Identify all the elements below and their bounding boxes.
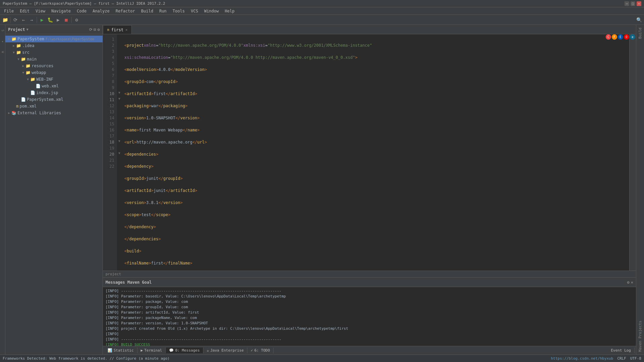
output-content[interactable]: [INFO] ---------------------------------… <box>103 287 636 346</box>
tab-event-log[interactable]: Event Log <box>607 348 635 353</box>
output-line-4: [INFO] Parameter: groupId, Value: com <box>106 305 633 310</box>
code-line-19: <finalName>first</finalName> <box>124 260 627 266</box>
fold-icon-20[interactable]: ▼ <box>117 151 122 157</box>
tree-item-indexjsp[interactable]: ▶ 📄 index.jsp <box>5 89 103 96</box>
fg-14 <box>117 115 122 121</box>
tab-java-enterprise[interactable]: ☕ Java Enterprise <box>203 348 247 353</box>
tree-item-papersystem[interactable]: ▼ 📁 PaperSystem F:\workspace\PaperSystem <box>5 36 103 42</box>
project-sync-icon[interactable]: ⟳ <box>89 27 92 32</box>
toolbar-stop[interactable]: ■ <box>63 16 70 24</box>
fg-12 <box>117 103 122 109</box>
toolbar-back[interactable]: ← <box>20 16 27 24</box>
editor-tab-first[interactable]: m first ✕ <box>103 25 132 34</box>
ln-19: 19 <box>103 145 117 151</box>
toolbar-debug[interactable]: 🐛 <box>46 16 54 24</box>
close-button[interactable]: ✕ <box>637 1 641 6</box>
tree-item-resources[interactable]: ▶ 📁 resources <box>5 63 103 69</box>
tree-item-idea[interactable]: ▶ 📁 .idea <box>5 42 103 49</box>
tree-arrow-webinf: ▼ <box>26 78 30 81</box>
opera-icon[interactable]: O <box>624 34 629 40</box>
toolbar-sync[interactable]: ⟳ <box>12 16 19 24</box>
menu-vcs[interactable]: VCS <box>188 8 201 14</box>
structure-tab[interactable]: S <box>0 26 5 36</box>
fold-icon-11[interactable]: ▼ <box>117 97 122 103</box>
output-line-3: [INFO] Parameter: package, Value: com <box>106 299 633 305</box>
web-tab[interactable]: W <box>0 47 5 57</box>
menu-analyze[interactable]: Analyze <box>90 8 112 14</box>
maximize-button[interactable]: □ <box>631 1 635 6</box>
toolbar-search[interactable]: 🔍 <box>635 16 643 24</box>
tree-item-webinf[interactable]: ▼ 📁 WEB-INF <box>5 76 103 83</box>
menu-window[interactable]: Window <box>201 8 221 14</box>
ie-icon[interactable]: E <box>618 34 623 40</box>
menu-code[interactable]: Code <box>74 8 89 14</box>
tree-icon-idea: 📁 <box>16 43 21 48</box>
charset-indicator[interactable]: UTF-8 <box>630 356 641 361</box>
toolbar-run[interactable]: ▶ <box>38 16 46 24</box>
code-line-1: <project xmlns="http://maven.apache.org/… <box>124 42 627 48</box>
tree-item-papersystemxml[interactable]: ▶ 📄 PaperSystem.xml <box>5 96 103 103</box>
tree-name-main: main <box>27 57 37 62</box>
menu-view[interactable]: View <box>33 8 48 14</box>
fg-22 <box>117 163 122 169</box>
content-area: S ★ W Project ▼ ⟳ ⊟ ⚙ ▼ 📁 PaperSystem F:… <box>0 25 644 355</box>
toolbar-separator-1 <box>10 17 10 23</box>
tree-icon-papersystemxml: 📄 <box>21 97 26 102</box>
menu-file[interactable]: File <box>1 8 16 14</box>
tree-item-webapp[interactable]: ▼ 📁 webapp <box>5 69 103 76</box>
tab-statistic[interactable]: 📊 Statistic <box>104 348 137 353</box>
tree-item-pomxml[interactable]: ▶ m pom.xml <box>5 103 103 110</box>
tab-close-first[interactable]: ✕ <box>125 28 127 32</box>
tree-icon-src: 📁 <box>16 50 21 55</box>
window-controls[interactable]: – □ ✕ <box>625 1 641 6</box>
tree-arrow-main: ▼ <box>16 57 21 61</box>
project-collapse-icon[interactable]: ⊟ <box>94 27 96 32</box>
tree-item-src[interactable]: ▼ 📁 src <box>5 49 103 56</box>
tree-arrow-webapp: ▼ <box>21 71 26 74</box>
notification-text: Frameworks Detected: Web framework is de… <box>3 356 170 361</box>
output-settings-icon[interactable]: ⚙ <box>627 280 630 285</box>
messages-icon: 💬 <box>169 348 174 353</box>
tree-item-extlibs[interactable]: ▶ 📚 External Libraries <box>5 110 103 116</box>
tree-arrow-src: ▼ <box>11 51 16 54</box>
toolbar-settings[interactable]: ⚙ <box>73 16 80 24</box>
fold-icon-10[interactable]: ▼ <box>117 91 122 97</box>
fg-7 <box>117 73 122 79</box>
code-text[interactable]: <project xmlns="http://maven.apache.org/… <box>122 34 629 271</box>
crlf-indicator[interactable]: CRLF <box>617 356 626 361</box>
toolbar-forward[interactable]: → <box>28 16 35 24</box>
project-dropdown-arrow[interactable]: ▼ <box>27 28 29 31</box>
menu-help[interactable]: Help <box>222 8 237 14</box>
menu-refactor[interactable]: Refactor <box>113 8 138 14</box>
code-editor[interactable]: 1 2 3 4 5 6 7 8 9 10 11 12 13 14 <box>103 34 636 277</box>
tab-todo[interactable]: ✓ 6: TODO <box>247 348 274 353</box>
favorites-tab[interactable]: ★ <box>0 36 5 46</box>
menu-run[interactable]: Run <box>157 8 169 14</box>
toolbar-separator-2 <box>37 17 37 23</box>
build-tab[interactable]: Build <box>637 25 643 41</box>
ln-12: 12 <box>103 103 117 109</box>
tree-item-main[interactable]: ▼ 📁 main <box>5 56 103 63</box>
output-close-icon[interactable]: ✕ <box>631 280 633 285</box>
toolbar-run-coverage[interactable]: ▶ <box>54 16 62 24</box>
tree-item-webxml[interactable]: ▶ 📄 web.xml <box>5 83 103 89</box>
ln-18: 18 <box>103 139 117 145</box>
csdn-link[interactable]: https://blog.csdn.net/hbyxub <box>551 356 613 361</box>
fold-icon-18[interactable]: ▼ <box>117 139 122 145</box>
fg-17 <box>117 133 122 139</box>
tab-terminal[interactable]: ▶ Terminal <box>137 348 166 353</box>
menu-edit[interactable]: Edit <box>17 8 32 14</box>
code-line-3: <modelVersion>4.0.0</modelVersion> <box>124 67 627 73</box>
maven-projects-tab[interactable]: Maven Projects <box>637 318 643 355</box>
chrome-icon[interactable]: C <box>606 34 611 40</box>
tab-messages[interactable]: 💬 0: Messages <box>166 348 203 353</box>
edge-icon[interactable]: e <box>630 34 635 40</box>
minimize-button[interactable]: – <box>625 1 629 6</box>
firefox-icon[interactable]: F <box>612 34 617 40</box>
tree-name-papersystemxml: PaperSystem.xml <box>27 97 63 102</box>
menu-tools[interactable]: Tools <box>170 8 188 14</box>
menu-build[interactable]: Build <box>138 8 156 14</box>
menu-navigate[interactable]: Navigate <box>49 8 74 14</box>
far-left-sidebar: S ★ W <box>0 25 5 355</box>
project-settings-icon[interactable]: ⚙ <box>97 27 100 32</box>
